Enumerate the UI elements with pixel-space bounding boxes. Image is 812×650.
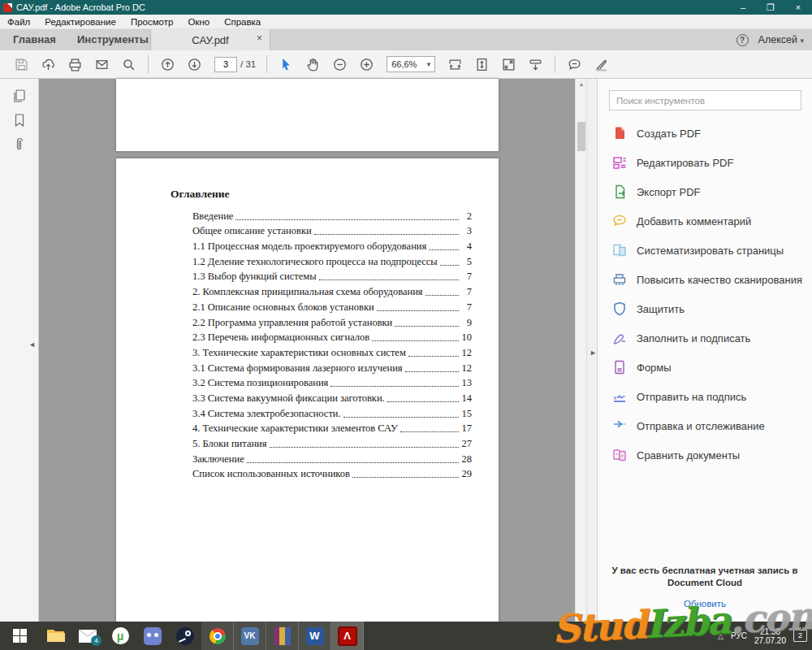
zoom-out-icon[interactable] (333, 58, 347, 72)
document-pane: Оглавление Введение2 Общее описание уста… (39, 79, 597, 622)
menu-edit[interactable]: Редактирование (37, 15, 123, 29)
toc-entry-page: 7 (460, 301, 472, 314)
toc-leader-dots (387, 401, 459, 402)
comment-icon[interactable] (568, 58, 581, 72)
tool-label: Повысить качество сканирования (637, 274, 802, 286)
email-icon[interactable] (95, 58, 109, 72)
restore-button[interactable]: ❐ (757, 0, 784, 15)
send-track-icon (612, 418, 627, 433)
toc-leader-dots (372, 340, 459, 341)
document-background[interactable]: Оглавление Введение2 Общее описание уста… (39, 79, 575, 622)
select-tool-icon[interactable] (279, 58, 293, 72)
windows-taskbar: 4 µ VK W Λ △ РУС 21:38 (0, 622, 812, 650)
print-icon[interactable] (68, 58, 82, 72)
hand-tool-icon[interactable] (306, 58, 320, 72)
menu-view[interactable]: Просмотр (123, 15, 181, 29)
taskbar-utorrent[interactable]: µ (104, 622, 136, 650)
tool-search-input[interactable] (609, 90, 801, 110)
previous-page-icon[interactable] (161, 58, 175, 72)
edit-pdf-icon (612, 155, 627, 170)
tool-fill-sign[interactable]: Заполнить и подписать (598, 323, 812, 353)
taskbar-file-explorer[interactable] (39, 622, 71, 650)
pdf-page-3[interactable]: Оглавление Введение2 Общее описание уста… (116, 158, 499, 622)
tab-tools[interactable]: Инструменты (77, 29, 149, 50)
toolbar-separator (555, 55, 555, 73)
save-icon[interactable] (15, 58, 28, 72)
chevron-down-icon: ▾ (800, 37, 804, 45)
collapse-right-panel-icon[interactable]: ► (590, 349, 597, 357)
title-bar: САУ.pdf - Adobe Acrobat Pro DC – ❐ × (0, 0, 812, 15)
tool-export-pdf[interactable]: Экспорт PDF (598, 177, 812, 206)
upgrade-link[interactable]: Обновить (598, 599, 812, 609)
toc-entry-page: 4 (460, 240, 472, 253)
taskbar-winrar[interactable] (266, 622, 299, 650)
tab-home[interactable]: Главная (13, 29, 56, 50)
taskbar-vk[interactable]: VK (234, 622, 266, 650)
zoom-in-icon[interactable] (360, 58, 374, 72)
toc-entry-page: 14 (460, 392, 472, 405)
tool-forms[interactable]: Формы (598, 353, 812, 382)
toc-entry-page: 13 (460, 377, 472, 389)
toc-entry-title: 2. Комплексная принципиальная схема обор… (192, 286, 423, 298)
toc-leader-dots (440, 265, 459, 266)
menu-window[interactable]: Окно (180, 15, 217, 29)
zoom-level-dropdown[interactable]: 66,6% ▾ (387, 56, 435, 72)
tool-enhance-scans[interactable]: Повысить качество сканирования (598, 265, 812, 294)
toolbar: / 31 66,6% ▾ (0, 50, 812, 79)
hidden-icons-chevron[interactable]: △ (718, 632, 723, 640)
fit-width-icon[interactable] (448, 58, 462, 72)
page-number-input[interactable] (214, 57, 237, 72)
toc-leader-dots (425, 295, 459, 296)
fit-page-icon[interactable] (475, 58, 489, 72)
tool-label: Сравнить документы (637, 449, 740, 462)
menu-help[interactable]: Справка (217, 15, 268, 29)
minimize-button[interactable]: – (729, 0, 757, 15)
tool-edit-pdf[interactable]: Редактировать PDF (598, 148, 812, 177)
attachments-icon[interactable] (12, 137, 27, 152)
taskbar-discord[interactable] (136, 622, 169, 650)
next-page-icon[interactable] (188, 58, 201, 72)
language-indicator[interactable]: РУС (731, 631, 747, 640)
action-center-icon[interactable]: 2 (793, 630, 807, 642)
highlight-pen-icon[interactable] (594, 58, 608, 72)
scrollbar-thumb[interactable] (577, 122, 585, 151)
tray-clock[interactable]: 21:38 27.07.20 (754, 627, 786, 645)
close-button[interactable]: × (784, 0, 812, 15)
share-upload-icon[interactable] (41, 58, 55, 72)
tool-send-for-signature[interactable]: Отправить на подпись (598, 382, 812, 411)
tool-send-track[interactable]: Отправка и отслеживание (598, 411, 812, 440)
scroll-down-icon[interactable]: ▼ (576, 610, 587, 622)
collapse-left-panel-icon[interactable]: ◄ (28, 340, 36, 349)
tool-compare-documents[interactable]: Сравнить документы (598, 440, 812, 470)
menu-file[interactable]: Файл (0, 15, 37, 29)
page-thumbnails-icon[interactable] (12, 89, 27, 103)
vertical-scrollbar[interactable]: ▲ ▼ (575, 79, 586, 622)
taskbar-word[interactable]: W (299, 622, 331, 650)
document-tab-label: САУ.pdf (192, 34, 228, 46)
tab-close-icon[interactable]: × (257, 32, 262, 44)
document-tab[interactable]: САУ.pdf × (150, 29, 270, 50)
taskbar-steam[interactable] (169, 622, 201, 650)
scroll-up-icon[interactable]: ▲ (576, 79, 587, 90)
tool-protect[interactable]: Защитить (598, 294, 812, 323)
search-icon[interactable] (122, 58, 136, 72)
user-menu[interactable]: Алексей ▾ (758, 34, 804, 46)
tool-organize-pages[interactable]: Систематизировать страницы (598, 236, 812, 265)
tool-add-comment[interactable]: Добавить комментарий (598, 206, 812, 236)
tool-create-pdf[interactable]: Создать PDF (598, 119, 812, 148)
pdf-page-2-bottom[interactable] (116, 79, 499, 151)
start-button[interactable] (0, 622, 39, 650)
vk-icon: VK (241, 627, 259, 645)
toc-entry: 1.2 Деление технологического процесса на… (192, 253, 472, 268)
hide-toolbar-icon[interactable] (529, 58, 542, 72)
bookmarks-icon[interactable] (12, 113, 27, 128)
help-icon[interactable]: ? (736, 34, 749, 46)
fullscreen-icon[interactable] (502, 58, 516, 72)
taskbar-chrome[interactable] (201, 622, 234, 650)
taskbar-mail[interactable]: 4 (71, 622, 104, 650)
toc-leader-dots (408, 356, 459, 357)
toc-leader-dots (235, 219, 459, 220)
taskbar-acrobat[interactable]: Λ (331, 622, 364, 650)
protect-shield-icon (612, 301, 627, 316)
tool-label: Редактировать PDF (637, 157, 733, 169)
